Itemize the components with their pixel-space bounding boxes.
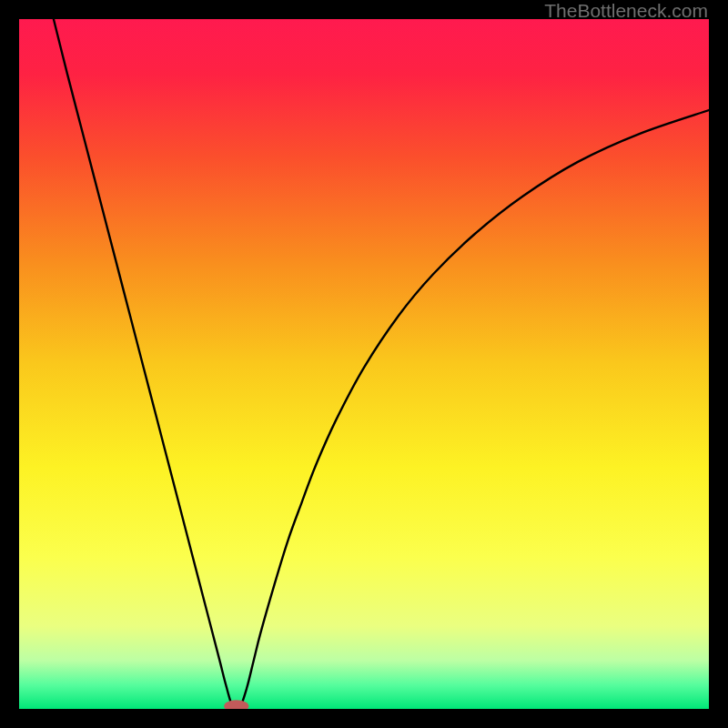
chart-background (19, 19, 709, 709)
watermark-text: TheBottleneck.com (544, 0, 708, 22)
bottleneck-chart (19, 19, 709, 709)
chart-frame (19, 19, 709, 709)
